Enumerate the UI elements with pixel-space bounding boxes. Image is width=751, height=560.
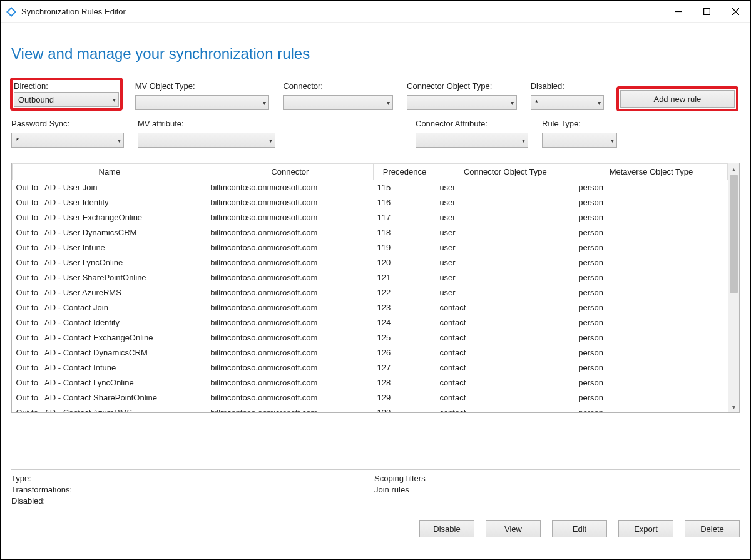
rule-type-label: Rule Type: — [542, 119, 617, 128]
mv-attribute-label: MV attribute: — [138, 119, 275, 128]
table-row[interactable]: Out to AD - Contact LyncOnlinebillmconto… — [13, 375, 728, 390]
close-button[interactable] — [721, 2, 750, 22]
cell-name: Out to AD - Contact LyncOnline — [13, 375, 207, 390]
table-row[interactable]: Out to AD - Contact ExchangeOnlinebillmc… — [13, 330, 728, 345]
table-row[interactable]: Out to AD - Contact Identitybillmcontoso… — [13, 315, 728, 330]
cell-metaverse-object-type: person — [575, 225, 727, 240]
cell-precedence: 129 — [374, 390, 436, 405]
detail-transformations-label: Transformations: — [11, 485, 374, 496]
table-row[interactable]: Out to AD - User Joinbillmcontoso.onmicr… — [13, 180, 728, 195]
export-button[interactable]: Export — [618, 520, 673, 537]
cell-connector: billmcontoso.onmicrosoft.com — [207, 255, 373, 270]
mv-object-type-combo[interactable]: ▾ — [135, 95, 270, 110]
cell-connector: billmcontoso.onmicrosoft.com — [207, 225, 373, 240]
connector-label: Connector: — [283, 81, 393, 91]
connector-combo[interactable]: ▾ — [283, 95, 393, 110]
disabled-combo[interactable]: * ▾ — [531, 95, 604, 110]
password-sync-combo[interactable]: * ▾ — [11, 133, 124, 148]
cell-precedence: 130 — [374, 405, 436, 413]
view-button[interactable]: View — [486, 520, 541, 537]
cell-connector: billmcontoso.onmicrosoft.com — [207, 195, 373, 210]
cell-connector-object-type: user — [436, 240, 575, 255]
table-row[interactable]: Out to AD - User DynamicsCRMbillmcontoso… — [13, 225, 728, 240]
detail-disabled-label: Disabled: — [11, 496, 374, 507]
rule-type-combo[interactable]: ▾ — [542, 133, 617, 148]
cell-name: Out to AD - User Join — [13, 180, 207, 195]
cell-connector-object-type: contact — [436, 390, 575, 405]
cell-metaverse-object-type: person — [575, 345, 727, 360]
connector-object-type-label: Connector Object Type: — [407, 81, 517, 91]
cell-precedence: 124 — [374, 315, 436, 330]
scroll-thumb[interactable] — [730, 175, 738, 293]
cell-precedence: 116 — [374, 195, 436, 210]
table-row[interactable]: Out to AD - User ExchangeOnlinebillmcont… — [13, 210, 728, 225]
cell-metaverse-object-type: person — [575, 360, 727, 375]
cell-metaverse-object-type: person — [575, 240, 727, 255]
window-title: Synchronization Rules Editor — [21, 7, 126, 16]
cell-precedence: 126 — [374, 345, 436, 360]
col-header-precedence[interactable]: Precedence — [374, 164, 436, 180]
minimize-button[interactable] — [663, 2, 692, 22]
table-row[interactable]: Out to AD - Contact AzureRMSbillmcontoso… — [13, 405, 728, 413]
cell-precedence: 127 — [374, 360, 436, 375]
disable-button[interactable]: Disable — [419, 520, 474, 537]
chevron-down-icon: ▾ — [522, 137, 525, 144]
detail-join-rules-label: Join rules — [374, 485, 740, 496]
cell-connector-object-type: user — [436, 225, 575, 240]
mv-attribute-combo[interactable]: ▾ — [138, 133, 275, 148]
table-row[interactable]: Out to AD - Contact DynamicsCRMbillmcont… — [13, 345, 728, 360]
table-row[interactable]: Out to AD - User LyncOnlinebillmcontoso.… — [13, 255, 728, 270]
connector-object-type-combo[interactable]: ▾ — [407, 95, 517, 110]
table-row[interactable]: Out to AD - User Intunebillmcontoso.onmi… — [13, 240, 728, 255]
cell-precedence: 118 — [374, 225, 436, 240]
cell-metaverse-object-type: person — [575, 330, 727, 345]
disabled-label: Disabled: — [531, 81, 604, 91]
connector-attribute-combo[interactable]: ▾ — [416, 133, 528, 148]
col-header-name[interactable]: Name — [13, 164, 207, 180]
cell-metaverse-object-type: person — [575, 390, 727, 405]
content-area: View and manage your synchronization rul… — [1, 23, 750, 154]
app-icon — [6, 7, 16, 17]
rules-grid: Name Connector Precedence Connector Obje… — [11, 163, 740, 413]
cell-metaverse-object-type: person — [575, 195, 727, 210]
col-header-connector[interactable]: Connector — [207, 164, 373, 180]
delete-button[interactable]: Delete — [685, 520, 740, 537]
cell-name: Out to AD - Contact AzureRMS — [13, 405, 207, 413]
edit-button[interactable]: Edit — [552, 520, 607, 537]
cell-metaverse-object-type: person — [575, 180, 727, 195]
maximize-button[interactable] — [692, 2, 721, 22]
svg-rect-3 — [703, 9, 710, 15]
vertical-scrollbar[interactable]: ▴ ▾ — [728, 163, 739, 412]
cell-name: Out to AD - Contact Join — [13, 300, 207, 315]
add-new-rule-button[interactable]: Add new rule — [620, 90, 735, 108]
details-panel: Type: Transformations: Disabled: Scoping… — [11, 469, 740, 507]
table-row[interactable]: Out to AD - Contact SharePointOnlinebill… — [13, 390, 728, 405]
cell-precedence: 115 — [374, 180, 436, 195]
cell-precedence: 119 — [374, 240, 436, 255]
table-row[interactable]: Out to AD - Contact Intunebillmcontoso.o… — [13, 360, 728, 375]
add-rule-highlight: Add new rule — [616, 86, 738, 111]
app-window: Synchronization Rules Editor View and ma… — [0, 0, 751, 560]
chevron-down-icon: ▾ — [598, 99, 601, 106]
cell-precedence: 125 — [374, 330, 436, 345]
cell-metaverse-object-type: person — [575, 300, 727, 315]
table-row[interactable]: Out to AD - User Identitybillmcontoso.on… — [13, 195, 728, 210]
scroll-down-icon[interactable]: ▾ — [728, 401, 739, 412]
cell-connector-object-type: contact — [436, 375, 575, 390]
filter-row-1: Direction: Outbound ▾ MV Object Type: ▾ … — [11, 81, 740, 110]
cell-precedence: 122 — [374, 285, 436, 300]
direction-combo[interactable]: Outbound ▾ — [14, 92, 119, 107]
scroll-up-icon[interactable]: ▴ — [728, 163, 739, 175]
cell-connector-object-type: user — [436, 255, 575, 270]
cell-metaverse-object-type: person — [575, 375, 727, 390]
table-row[interactable]: Out to AD - Contact Joinbillmcontoso.onm… — [13, 300, 728, 315]
table-row[interactable]: Out to AD - User AzureRMSbillmcontoso.on… — [13, 285, 728, 300]
col-header-metaverse-object-type[interactable]: Metaverse Object Type — [575, 164, 727, 180]
cell-name: Out to AD - Contact SharePointOnline — [13, 390, 207, 405]
col-header-connector-object-type[interactable]: Connector Object Type — [436, 164, 575, 180]
chevron-down-icon: ▾ — [263, 99, 266, 106]
table-row[interactable]: Out to AD - User SharePointOnlinebillmco… — [13, 270, 728, 285]
direction-label: Direction: — [14, 81, 119, 91]
cell-name: Out to AD - Contact ExchangeOnline — [13, 330, 207, 345]
cell-name: Out to AD - User AzureRMS — [13, 285, 207, 300]
